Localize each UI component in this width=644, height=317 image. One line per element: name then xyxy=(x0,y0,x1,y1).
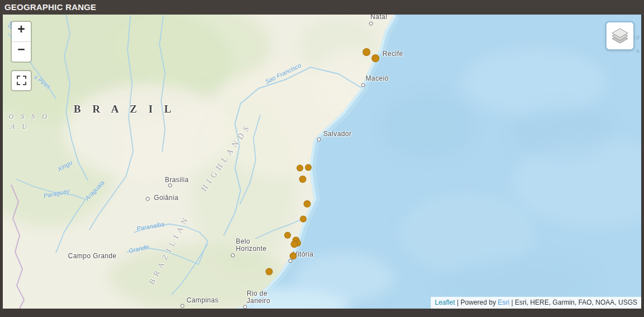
city-marker xyxy=(361,83,365,87)
panel-header: GEOGRAPHIC RANGE xyxy=(0,0,644,15)
occurrence-marker[interactable] xyxy=(363,48,370,56)
city-marker xyxy=(168,184,172,188)
city-marker xyxy=(231,254,235,258)
city-marker xyxy=(317,138,321,142)
occurrence-marker[interactable] xyxy=(305,164,312,171)
occurrence-marker[interactable] xyxy=(284,232,291,239)
city-marker xyxy=(181,304,185,308)
occurrence-marker[interactable] xyxy=(290,253,297,260)
occurrence-marker[interactable] xyxy=(299,176,307,183)
attribution-separator: | xyxy=(457,299,459,306)
city-marker xyxy=(146,197,150,201)
zoom-control: + − xyxy=(11,21,32,63)
layers-control[interactable] xyxy=(605,21,634,50)
map-attribution: Leaflet | Powered by Esri | Esri, HERE, … xyxy=(431,297,641,309)
occurrence-marker[interactable] xyxy=(304,201,311,208)
leaflet-map[interactable]: NatalRecifeMaceióSalvadorBrasiliaGoiânia… xyxy=(3,15,641,309)
zoom-out-button[interactable]: − xyxy=(12,42,31,62)
occurrence-marker[interactable] xyxy=(266,268,273,276)
occurrence-marker[interactable] xyxy=(291,241,298,248)
fullscreen-button[interactable] xyxy=(11,70,32,91)
attribution-separator: | xyxy=(511,299,513,306)
city-marker xyxy=(369,22,373,26)
fullscreen-icon xyxy=(17,76,26,85)
attribution-providers: Esri, HERE, Garmin, FAO, NOAA, USGS xyxy=(515,299,637,306)
panel-title: GEOGRAPHIC RANGE xyxy=(4,2,96,12)
leaflet-link[interactable]: Leaflet xyxy=(435,299,455,306)
city-marker xyxy=(243,305,247,309)
zoom-in-button[interactable]: + xyxy=(12,22,31,41)
occurrence-marker[interactable] xyxy=(297,165,303,171)
city-marker xyxy=(289,259,293,263)
powered-by-text: Powered by xyxy=(460,299,496,306)
occurrence-marker[interactable] xyxy=(300,216,307,222)
layers-icon xyxy=(611,27,629,44)
basemap-graphics xyxy=(3,15,641,309)
esri-link[interactable]: Esri xyxy=(498,299,510,306)
occurrence-marker[interactable] xyxy=(372,54,379,62)
